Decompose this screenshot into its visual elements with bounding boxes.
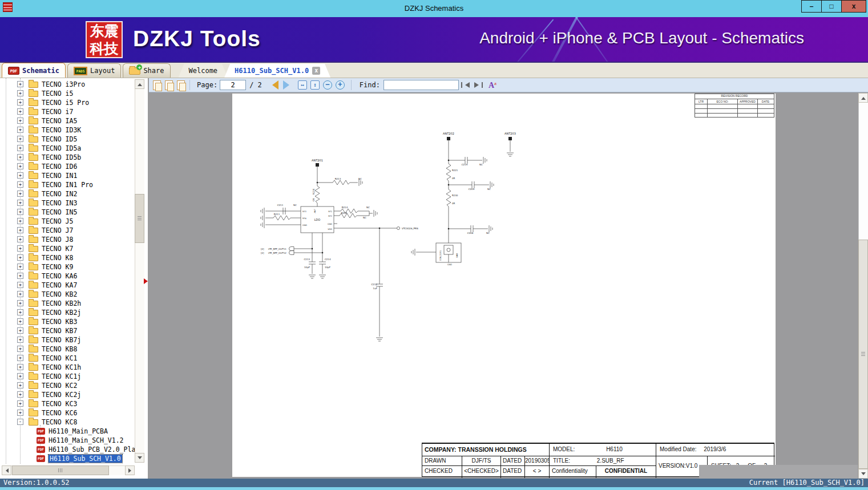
tree-folder-item[interactable]: +TECNO KB2j — [0, 308, 135, 317]
tree-folder-item[interactable]: +TECNO KC2j — [0, 390, 135, 399]
expand-toggle-icon[interactable]: + — [17, 154, 23, 160]
find-next-button[interactable] — [474, 82, 483, 88]
tree-folder-item[interactable]: +TECNO IA5 — [0, 116, 135, 125]
zoom-out-button[interactable]: − — [323, 80, 332, 90]
copy-page-icon[interactable] — [165, 80, 173, 90]
match-case-button[interactable]: Aa — [488, 80, 496, 90]
export-page-icon[interactable] — [177, 80, 185, 90]
tree-folder-item[interactable]: +TECNO i5 Pro — [0, 98, 135, 107]
close-tab-icon[interactable]: x — [312, 67, 320, 75]
expand-toggle-icon[interactable]: + — [17, 136, 23, 142]
tree-folder-item[interactable]: +TECNO KA7 — [0, 281, 135, 290]
next-page-button[interactable] — [283, 80, 294, 90]
expand-toggle-icon[interactable]: + — [17, 264, 23, 270]
expand-toggle-icon[interactable]: + — [17, 209, 23, 215]
tree-folder-item[interactable]: +TECNO IN1 — [0, 171, 135, 180]
expand-toggle-icon[interactable]: + — [17, 218, 23, 224]
expand-toggle-icon[interactable]: + — [17, 254, 23, 261]
tree-pdf-item[interactable]: PDFH6110_Main_PCBA — [0, 427, 135, 436]
tree-folder-item[interactable]: +TECNO KB2 — [0, 290, 135, 299]
tree-folder-item[interactable]: +TECNO IN1 Pro — [0, 180, 135, 189]
tree-folder-item[interactable]: +TECNO ID6 — [0, 162, 135, 171]
tree-folder-item[interactable]: +TECNO KB2h — [0, 299, 135, 308]
expand-toggle-icon[interactable]: + — [17, 364, 23, 370]
expand-toggle-icon[interactable]: + — [17, 118, 23, 124]
page-number-input[interactable] — [220, 80, 246, 90]
expand-toggle-icon[interactable]: + — [17, 337, 23, 343]
tree-folder-item[interactable]: +TECNO K8 — [0, 253, 135, 262]
tab-layout[interactable]: PADS Layout — [67, 63, 121, 78]
expand-toggle-icon[interactable]: + — [17, 309, 23, 315]
expand-toggle-icon[interactable]: + — [17, 127, 23, 133]
tree-folder-item[interactable]: +TECNO KB7 — [0, 326, 135, 335]
expand-toggle-icon[interactable]: + — [17, 373, 23, 379]
tree-folder-item[interactable]: +TECNO K9 — [0, 262, 135, 272]
expand-toggle-icon[interactable]: + — [17, 355, 23, 361]
expand-toggle-icon[interactable]: + — [17, 382, 23, 388]
tree-scroll-up-button[interactable] — [135, 79, 144, 89]
expand-toggle-icon[interactable]: + — [17, 191, 23, 197]
tree-pdf-item[interactable]: PDFH6110_Sub_SCH_V1.0 — [0, 454, 135, 463]
tree-folder-item[interactable]: +TECNO KC1 — [0, 354, 135, 363]
tree-folder-item[interactable]: +TECNO KC6 — [0, 408, 135, 418]
tree-folder-item[interactable]: +TECNO i5 — [0, 89, 135, 98]
tree-folder-item[interactable]: +TECNO KC2 — [0, 381, 135, 390]
find-input[interactable] — [383, 80, 459, 90]
doc-scroll-up-button[interactable] — [858, 93, 868, 103]
expand-toggle-icon[interactable]: + — [17, 108, 23, 115]
tree-scroll-left-button[interactable] — [2, 465, 11, 475]
tree-scroll-right-button[interactable] — [125, 465, 135, 475]
tree-folder-item[interactable]: +TECNO J7 — [0, 226, 135, 235]
expand-toggle-icon[interactable]: + — [17, 327, 23, 334]
expand-toggle-icon[interactable]: + — [17, 273, 23, 279]
expand-toggle-icon[interactable]: + — [17, 300, 23, 306]
doc-scroll-down-button[interactable] — [858, 469, 868, 479]
minimize-button[interactable]: – — [801, 0, 822, 13]
expand-toggle-icon[interactable]: + — [17, 163, 23, 169]
expand-toggle-icon[interactable]: + — [17, 318, 23, 325]
doc-scrollbar-thumb[interactable] — [858, 240, 868, 469]
expand-toggle-icon[interactable]: + — [17, 172, 23, 179]
tree-folder-item[interactable]: +TECNO IN5 — [0, 208, 135, 217]
expand-toggle-icon[interactable]: + — [17, 245, 23, 252]
tree-folder-item[interactable]: +TECNO KC1j — [0, 372, 135, 381]
tree-folder-item[interactable]: +TECNO IN2 — [0, 189, 135, 199]
doc-tab-current[interactable]: H6110_Sub_SCH_V1.0 x — [224, 64, 330, 78]
tree-folder-item[interactable]: +TECNO i3Pro — [0, 80, 135, 89]
expand-toggle-icon[interactable]: + — [17, 346, 23, 352]
tab-share[interactable]: Share — [123, 63, 170, 78]
expand-toggle-icon[interactable]: + — [17, 400, 23, 407]
expand-toggle-icon[interactable]: + — [17, 81, 23, 87]
tree-folder-item[interactable]: +TECNO KB8 — [0, 345, 135, 354]
tree-folder-item[interactable]: +TECNO ID3K — [0, 125, 135, 135]
tree-pdf-item[interactable]: PDFH6110_Main_SCH_V1.2 — [0, 436, 135, 445]
fit-width-button[interactable]: ↔ — [298, 80, 307, 90]
tree-folder-item[interactable]: +TECNO IN3 — [0, 199, 135, 208]
expand-toggle-icon[interactable]: + — [17, 200, 23, 206]
page-thumbnail-icon[interactable] — [153, 80, 161, 90]
expand-toggle-icon[interactable]: + — [17, 391, 23, 398]
tab-schematic[interactable]: PDF Schematic — [2, 63, 66, 78]
expand-toggle-icon[interactable]: + — [17, 282, 23, 288]
tree-scrollbar-thumb[interactable] — [135, 194, 144, 243]
tree-folder-item[interactable]: +TECNO ID5a — [0, 144, 135, 153]
tree-h-scrollbar-thumb[interactable] — [12, 465, 109, 475]
tree-pdf-item[interactable]: PDFH6110_Sub_PCB_V2.0_Placem — [0, 445, 135, 454]
tree-scroll-down-button[interactable] — [135, 453, 144, 463]
tree-folder-item[interactable]: +TECNO KA6 — [0, 272, 135, 281]
tree-folder-item[interactable]: +TECNO ID5b — [0, 153, 135, 162]
expand-toggle-icon[interactable]: + — [17, 99, 23, 106]
tree-vertical-scrollbar[interactable] — [135, 89, 144, 453]
tree-folder-item[interactable]: +TECNO KB7j — [0, 335, 135, 345]
expand-toggle-icon[interactable]: - — [17, 419, 23, 425]
tree-folder-item[interactable]: +TECNO ID5 — [0, 135, 135, 144]
expand-toggle-icon[interactable]: + — [17, 236, 23, 242]
fit-page-button[interactable]: ↕ — [310, 80, 320, 90]
expand-toggle-icon[interactable]: + — [17, 90, 23, 96]
expand-toggle-icon[interactable]: + — [17, 181, 23, 188]
document-h-scrollbar[interactable] — [699, 465, 858, 479]
close-button[interactable]: x — [841, 0, 866, 13]
zoom-in-button[interactable]: + — [336, 80, 345, 90]
tree-folder-item[interactable]: +TECNO J8 — [0, 235, 135, 244]
tree-folder-item[interactable]: +TECNO KB3 — [0, 317, 135, 326]
